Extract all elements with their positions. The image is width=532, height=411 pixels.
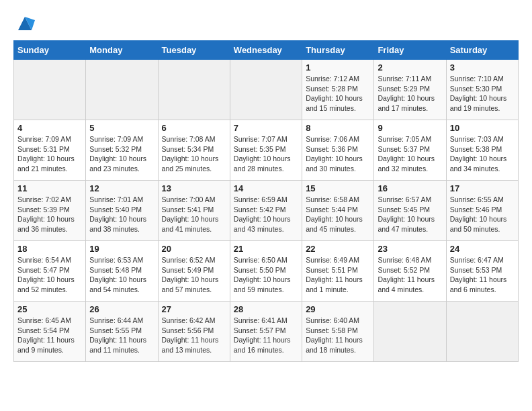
day-number: 29 bbox=[306, 304, 370, 314]
day-number: 4 bbox=[17, 123, 82, 133]
day-number: 9 bbox=[378, 123, 442, 133]
day-number: 22 bbox=[306, 244, 370, 254]
day-number: 26 bbox=[89, 304, 154, 314]
calendar-cell: 13Sunrise: 7:00 AM Sunset: 5:41 PM Dayli… bbox=[158, 181, 230, 241]
calendar-cell: 28Sunrise: 6:41 AM Sunset: 5:57 PM Dayli… bbox=[230, 302, 302, 362]
calendar-cell: 22Sunrise: 6:49 AM Sunset: 5:51 PM Dayli… bbox=[302, 241, 374, 302]
week-row-5: 25Sunrise: 6:45 AM Sunset: 5:54 PM Dayli… bbox=[14, 302, 519, 362]
day-info: Sunrise: 7:02 AM Sunset: 5:39 PM Dayligh… bbox=[17, 195, 75, 233]
calendar-cell: 1Sunrise: 7:12 AM Sunset: 5:28 PM Daylig… bbox=[302, 60, 374, 120]
calendar-cell: 7Sunrise: 7:07 AM Sunset: 5:35 PM Daylig… bbox=[230, 120, 302, 181]
day-info: Sunrise: 6:52 AM Sunset: 5:49 PM Dayligh… bbox=[162, 256, 219, 293]
calendar-cell bbox=[158, 60, 230, 120]
week-row-1: 1Sunrise: 7:12 AM Sunset: 5:28 PM Daylig… bbox=[14, 60, 519, 120]
week-row-2: 4Sunrise: 7:09 AM Sunset: 5:31 PM Daylig… bbox=[14, 120, 519, 181]
day-number: 19 bbox=[89, 244, 154, 254]
calendar-cell bbox=[86, 60, 158, 120]
calendar-cell: 3Sunrise: 7:10 AM Sunset: 5:30 PM Daylig… bbox=[446, 60, 518, 120]
weekday-header-friday: Friday bbox=[374, 41, 446, 60]
day-info: Sunrise: 6:55 AM Sunset: 5:46 PM Dayligh… bbox=[450, 195, 507, 233]
day-number: 25 bbox=[17, 304, 82, 314]
calendar-cell bbox=[14, 60, 86, 120]
weekday-header-tuesday: Tuesday bbox=[158, 41, 230, 60]
day-info: Sunrise: 6:57 AM Sunset: 5:45 PM Dayligh… bbox=[378, 195, 435, 233]
day-info: Sunrise: 6:48 AM Sunset: 5:52 PM Dayligh… bbox=[378, 256, 435, 293]
day-number: 27 bbox=[162, 304, 226, 314]
weekday-header-saturday: Saturday bbox=[446, 41, 518, 60]
calendar-cell: 5Sunrise: 7:09 AM Sunset: 5:32 PM Daylig… bbox=[86, 120, 158, 181]
day-info: Sunrise: 6:47 AM Sunset: 5:53 PM Dayligh… bbox=[450, 256, 507, 293]
day-info: Sunrise: 7:05 AM Sunset: 5:37 PM Dayligh… bbox=[378, 135, 435, 173]
day-number: 16 bbox=[378, 183, 442, 193]
weekday-header-sunday: Sunday bbox=[14, 41, 86, 60]
calendar-cell: 21Sunrise: 6:50 AM Sunset: 5:50 PM Dayli… bbox=[230, 241, 302, 302]
calendar-cell: 24Sunrise: 6:47 AM Sunset: 5:53 PM Dayli… bbox=[446, 241, 518, 302]
calendar-cell: 17Sunrise: 6:55 AM Sunset: 5:46 PM Dayli… bbox=[446, 181, 518, 241]
day-number: 7 bbox=[234, 123, 298, 133]
day-info: Sunrise: 6:50 AM Sunset: 5:50 PM Dayligh… bbox=[234, 256, 291, 293]
day-number: 17 bbox=[450, 183, 515, 193]
weekday-header-thursday: Thursday bbox=[302, 41, 374, 60]
day-info: Sunrise: 6:53 AM Sunset: 5:48 PM Dayligh… bbox=[89, 256, 146, 293]
day-number: 14 bbox=[234, 183, 298, 193]
calendar-cell bbox=[374, 302, 446, 362]
calendar-cell: 29Sunrise: 6:40 AM Sunset: 5:58 PM Dayli… bbox=[302, 302, 374, 362]
calendar-cell: 6Sunrise: 7:08 AM Sunset: 5:34 PM Daylig… bbox=[158, 120, 230, 181]
day-info: Sunrise: 7:09 AM Sunset: 5:31 PM Dayligh… bbox=[17, 135, 75, 173]
day-number: 21 bbox=[234, 244, 298, 254]
day-info: Sunrise: 6:59 AM Sunset: 5:42 PM Dayligh… bbox=[234, 195, 291, 233]
day-info: Sunrise: 7:07 AM Sunset: 5:35 PM Dayligh… bbox=[234, 135, 291, 173]
day-info: Sunrise: 6:58 AM Sunset: 5:44 PM Dayligh… bbox=[306, 195, 363, 233]
weekday-header-wednesday: Wednesday bbox=[230, 41, 302, 60]
calendar-cell bbox=[446, 302, 518, 362]
day-number: 11 bbox=[17, 183, 82, 193]
calendar-cell: 16Sunrise: 6:57 AM Sunset: 5:45 PM Dayli… bbox=[374, 181, 446, 241]
calendar-cell: 19Sunrise: 6:53 AM Sunset: 5:48 PM Dayli… bbox=[86, 241, 158, 302]
day-info: Sunrise: 7:08 AM Sunset: 5:34 PM Dayligh… bbox=[162, 135, 219, 173]
day-info: Sunrise: 6:54 AM Sunset: 5:47 PM Dayligh… bbox=[17, 256, 75, 293]
day-info: Sunrise: 6:41 AM Sunset: 5:57 PM Dayligh… bbox=[234, 316, 291, 354]
calendar-cell: 26Sunrise: 6:44 AM Sunset: 5:55 PM Dayli… bbox=[86, 302, 158, 362]
calendar-cell: 25Sunrise: 6:45 AM Sunset: 5:54 PM Dayli… bbox=[14, 302, 86, 362]
day-number: 20 bbox=[162, 244, 226, 254]
day-number: 1 bbox=[306, 62, 370, 73]
week-row-3: 11Sunrise: 7:02 AM Sunset: 5:39 PM Dayli… bbox=[14, 181, 519, 241]
day-number: 28 bbox=[234, 304, 298, 314]
day-number: 2 bbox=[378, 62, 442, 73]
day-info: Sunrise: 7:01 AM Sunset: 5:40 PM Dayligh… bbox=[89, 195, 146, 233]
calendar-cell: 15Sunrise: 6:58 AM Sunset: 5:44 PM Dayli… bbox=[302, 181, 374, 241]
day-info: Sunrise: 7:11 AM Sunset: 5:29 PM Dayligh… bbox=[378, 75, 435, 112]
calendar-cell: 27Sunrise: 6:42 AM Sunset: 5:56 PM Dayli… bbox=[158, 302, 230, 362]
day-info: Sunrise: 6:45 AM Sunset: 5:54 PM Dayligh… bbox=[17, 316, 75, 354]
day-number: 18 bbox=[17, 244, 82, 254]
calendar-table: SundayMondayTuesdayWednesdayThursdayFrid… bbox=[13, 40, 519, 362]
day-number: 24 bbox=[450, 244, 515, 254]
day-info: Sunrise: 6:49 AM Sunset: 5:51 PM Dayligh… bbox=[306, 256, 363, 293]
calendar-cell: 4Sunrise: 7:09 AM Sunset: 5:31 PM Daylig… bbox=[14, 120, 86, 181]
calendar-cell: 8Sunrise: 7:06 AM Sunset: 5:36 PM Daylig… bbox=[302, 120, 374, 181]
week-row-4: 18Sunrise: 6:54 AM Sunset: 5:47 PM Dayli… bbox=[14, 241, 519, 302]
logo bbox=[13, 13, 35, 34]
day-info: Sunrise: 7:10 AM Sunset: 5:30 PM Dayligh… bbox=[450, 75, 507, 112]
day-number: 23 bbox=[378, 244, 442, 254]
day-number: 10 bbox=[450, 123, 515, 133]
calendar-cell: 18Sunrise: 6:54 AM Sunset: 5:47 PM Dayli… bbox=[14, 241, 86, 302]
logo-icon bbox=[15, 13, 35, 34]
day-info: Sunrise: 6:44 AM Sunset: 5:55 PM Dayligh… bbox=[89, 316, 146, 354]
day-info: Sunrise: 7:09 AM Sunset: 5:32 PM Dayligh… bbox=[89, 135, 146, 173]
day-number: 6 bbox=[162, 123, 226, 133]
calendar-cell: 9Sunrise: 7:05 AM Sunset: 5:37 PM Daylig… bbox=[374, 120, 446, 181]
calendar-cell: 11Sunrise: 7:02 AM Sunset: 5:39 PM Dayli… bbox=[14, 181, 86, 241]
page-header bbox=[13, 13, 519, 34]
calendar-cell: 23Sunrise: 6:48 AM Sunset: 5:52 PM Dayli… bbox=[374, 241, 446, 302]
calendar-cell: 12Sunrise: 7:01 AM Sunset: 5:40 PM Dayli… bbox=[86, 181, 158, 241]
day-info: Sunrise: 7:00 AM Sunset: 5:41 PM Dayligh… bbox=[162, 195, 219, 233]
day-number: 13 bbox=[162, 183, 226, 193]
day-number: 5 bbox=[89, 123, 154, 133]
day-info: Sunrise: 6:42 AM Sunset: 5:56 PM Dayligh… bbox=[162, 316, 219, 354]
day-info: Sunrise: 7:06 AM Sunset: 5:36 PM Dayligh… bbox=[306, 135, 363, 173]
calendar-cell: 10Sunrise: 7:03 AM Sunset: 5:38 PM Dayli… bbox=[446, 120, 518, 181]
calendar-cell: 20Sunrise: 6:52 AM Sunset: 5:49 PM Dayli… bbox=[158, 241, 230, 302]
calendar-cell: 14Sunrise: 6:59 AM Sunset: 5:42 PM Dayli… bbox=[230, 181, 302, 241]
calendar-cell bbox=[230, 60, 302, 120]
